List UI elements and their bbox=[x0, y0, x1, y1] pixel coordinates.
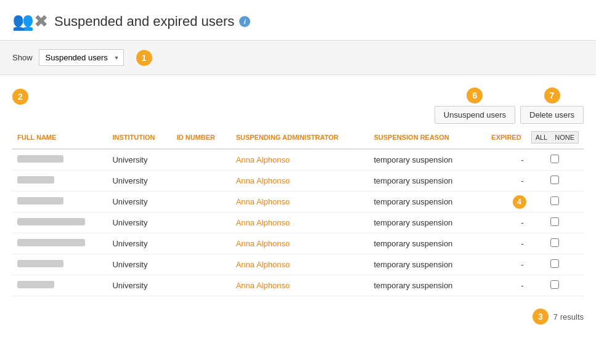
cell-idnumber bbox=[172, 171, 231, 192]
table-row: University Anna Alphonso temporary suspe… bbox=[12, 212, 584, 233]
col-select: 5 ALL NONE bbox=[526, 126, 584, 149]
row-checkbox[interactable] bbox=[550, 196, 559, 205]
cell-admin: Anna Alphonso bbox=[231, 212, 369, 233]
users-x-icon: 👥✖ bbox=[12, 11, 48, 31]
page-title: Suspended and expired users bbox=[54, 14, 234, 30]
cell-checkbox bbox=[526, 233, 584, 254]
cell-admin: Anna Alphonso bbox=[231, 275, 369, 296]
admin-link[interactable]: Anna Alphonso bbox=[236, 239, 290, 248]
row-checkbox[interactable] bbox=[550, 176, 559, 184]
admin-link[interactable]: Anna Alphonso bbox=[236, 155, 290, 164]
show-select-wrapper: Suspended usersExpired usersAll bbox=[39, 49, 124, 66]
col-institution: INSTITUTION bbox=[107, 126, 171, 149]
table-container: FULL NAME INSTITUTION ID NUMBER SUSPENDI… bbox=[12, 126, 584, 296]
table-body: University Anna Alphonso temporary suspe… bbox=[12, 149, 584, 296]
admin-link[interactable]: Anna Alphonso bbox=[236, 218, 290, 227]
col-admin: SUSPENDING ADMINISTRATOR bbox=[231, 126, 369, 149]
delete-button[interactable]: Delete users bbox=[520, 106, 584, 124]
cell-idnumber bbox=[172, 275, 231, 296]
table-row: University Anna Alphonso temporary suspe… bbox=[12, 171, 584, 192]
col-expired: EXPIRED bbox=[478, 126, 526, 149]
badge-toolbar: 1 bbox=[136, 50, 152, 66]
cell-reason: temporary suspension bbox=[369, 275, 477, 296]
cell-reason: temporary suspension bbox=[369, 192, 477, 212]
cell-institution: University bbox=[107, 254, 171, 275]
cell-name bbox=[12, 171, 107, 192]
admin-link[interactable]: Anna Alphonso bbox=[236, 176, 290, 185]
table-row: University Anna Alphonso temporary suspe… bbox=[12, 275, 584, 296]
cell-expired: - bbox=[478, 275, 526, 296]
cell-checkbox bbox=[526, 171, 584, 192]
cell-idnumber bbox=[172, 192, 231, 212]
toolbar: Show Suspended usersExpired usersAll 2 1 bbox=[0, 41, 596, 75]
row-checkbox[interactable] bbox=[550, 238, 559, 247]
admin-link[interactable]: Anna Alphonso bbox=[236, 197, 290, 206]
cell-checkbox bbox=[526, 212, 584, 233]
none-button[interactable]: NONE bbox=[551, 132, 578, 143]
badge-2: 2 bbox=[12, 89, 28, 105]
badge-4: 4 bbox=[513, 195, 526, 209]
all-none-group: 5 ALL NONE bbox=[531, 131, 579, 144]
col-idnumber: ID NUMBER bbox=[172, 126, 231, 149]
row-checkbox[interactable] bbox=[550, 259, 559, 268]
row-checkbox[interactable] bbox=[550, 155, 559, 163]
badge-3: 3 bbox=[533, 309, 549, 325]
cell-institution: University bbox=[107, 149, 171, 171]
col-reason: SUSPENSION REASON bbox=[369, 126, 477, 149]
cell-idnumber bbox=[172, 233, 231, 254]
cell-name bbox=[12, 149, 107, 171]
table-row: University Anna Alphonso temporary suspe… bbox=[12, 149, 584, 171]
admin-link[interactable]: Anna Alphonso bbox=[236, 260, 290, 269]
cell-admin: Anna Alphonso bbox=[231, 171, 369, 192]
cell-reason: temporary suspension bbox=[369, 233, 477, 254]
table-header: FULL NAME INSTITUTION ID NUMBER SUSPENDI… bbox=[12, 126, 584, 149]
cell-expired: - bbox=[478, 171, 526, 192]
cell-institution: University bbox=[107, 275, 171, 296]
admin-link[interactable]: Anna Alphonso bbox=[236, 281, 290, 290]
cell-expired: - bbox=[478, 233, 526, 254]
table-row: University Anna Alphonso temporary suspe… bbox=[12, 233, 584, 254]
cell-expired: - bbox=[478, 212, 526, 233]
cell-admin: Anna Alphonso bbox=[231, 254, 369, 275]
cell-reason: temporary suspension bbox=[369, 171, 477, 192]
cell-idnumber bbox=[172, 254, 231, 275]
cell-name bbox=[12, 192, 107, 212]
cell-institution: University bbox=[107, 212, 171, 233]
cell-admin: Anna Alphonso bbox=[231, 192, 369, 212]
results-count: 7 results bbox=[553, 312, 584, 322]
cell-checkbox: 4 bbox=[526, 192, 584, 212]
badge-7: 7 bbox=[544, 87, 560, 103]
cell-institution: University bbox=[107, 171, 171, 192]
cell-admin: Anna Alphonso bbox=[231, 233, 369, 254]
info-icon[interactable]: i bbox=[239, 16, 250, 27]
cell-reason: temporary suspension bbox=[369, 254, 477, 275]
cell-name bbox=[12, 233, 107, 254]
cell-name bbox=[12, 212, 107, 233]
row-checkbox[interactable] bbox=[550, 217, 559, 226]
results-row: 3 7 results bbox=[12, 309, 584, 325]
cell-institution: University bbox=[107, 233, 171, 254]
cell-institution: University bbox=[107, 192, 171, 212]
badge-6: 6 bbox=[467, 87, 483, 103]
show-dropdown[interactable]: Suspended usersExpired usersAll bbox=[39, 49, 124, 66]
unsuspend-button[interactable]: Unsuspend users bbox=[435, 106, 515, 124]
table-row: University Anna Alphonso temporary suspe… bbox=[12, 192, 584, 212]
cell-expired: - bbox=[478, 149, 526, 171]
cell-checkbox bbox=[526, 275, 584, 296]
cell-reason: temporary suspension bbox=[369, 212, 477, 233]
row-checkbox[interactable] bbox=[550, 280, 559, 289]
cell-reason: temporary suspension bbox=[369, 149, 477, 171]
cell-checkbox bbox=[526, 149, 584, 171]
cell-checkbox bbox=[526, 254, 584, 275]
cell-admin: Anna Alphonso bbox=[231, 149, 369, 171]
all-button[interactable]: ALL bbox=[532, 132, 552, 143]
page-header: 👥✖ Suspended and expired users i bbox=[0, 0, 596, 41]
show-label: Show bbox=[12, 53, 33, 62]
cell-idnumber bbox=[172, 212, 231, 233]
cell-idnumber bbox=[172, 149, 231, 171]
cell-name bbox=[12, 254, 107, 275]
users-table: FULL NAME INSTITUTION ID NUMBER SUSPENDI… bbox=[12, 126, 584, 296]
col-fullname: FULL NAME bbox=[12, 126, 107, 149]
content-area: 2 6 Unsuspend users 7 Delete users FULL … bbox=[0, 75, 596, 337]
cell-name bbox=[12, 275, 107, 296]
